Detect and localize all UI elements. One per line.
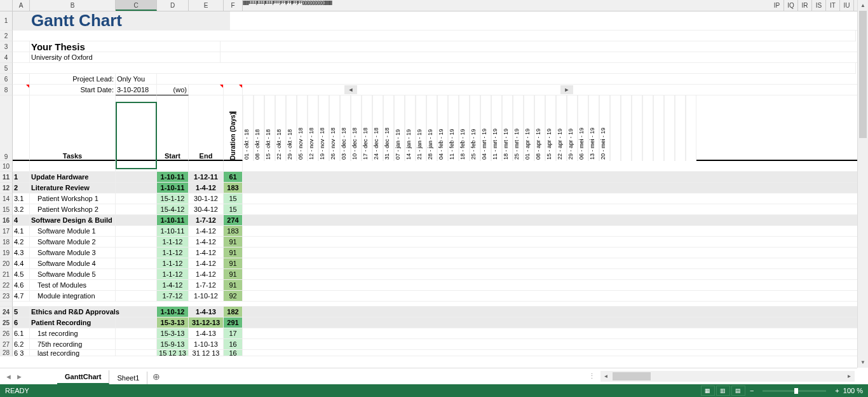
zoom-in-icon[interactable]: + [835,387,839,394]
task-row-4.1[interactable]: 174.1Software Module 11-10-111-4-12183 [0,226,868,237]
start-date-value: 3-10-2018 [116,85,157,95]
header-tasks: Tasks [30,95,116,161]
row-2[interactable]: 2 [0,31,868,41]
row-6[interactable]: 6 Project Lead: Only You [0,74,868,85]
start-date-wo: (wo) [157,85,189,95]
task-row-6[interactable]: 256Patient Recording15-3-1331-12-13291 [0,317,868,328]
tab-nav[interactable]: ◄ ► [0,373,57,380]
horizontal-scrollbar[interactable]: ◄ ► [600,371,855,382]
title-cell: Gantt Chart [30,11,230,31]
worksheet-grid[interactable]: 1 Gantt Chart 2 3 Your Thesis 4 Universi… [0,11,868,356]
task-row-4.6[interactable]: 224.6Test of Modules1-4-121-7-1291 [0,280,868,291]
task-row-3.2[interactable]: 153.2Patient Workshop 215-4-1230-4-1215 [0,204,868,215]
hscroll-thumb[interactable] [613,372,651,380]
col-header-IR[interactable]: IR [798,0,812,11]
vscroll-thumb[interactable] [859,11,867,138]
task-row-5[interactable]: 245Ethics and R&D Approvals1-10-121-4-13… [0,307,868,317]
subtitle: Your Thesis [30,41,220,52]
row-5[interactable]: 5 [0,63,868,74]
task-row-1[interactable]: 111Update Hardware1-10-111-12-1161 [0,172,868,183]
gantt-date-headers: 01 - okt - 1808 - okt - 1815 - okt - 182… [243,95,696,161]
col-header-D[interactable]: D [157,0,189,11]
header-end: End [189,95,224,161]
col-header-IS[interactable]: IS [812,0,826,11]
task-row-4.2[interactable]: 184.2Software Module 21-1-121-4-1291 [0,237,868,247]
col-header-F[interactable]: F [224,0,243,11]
project-lead-label: Project Lead: [30,74,116,85]
row-4[interactable]: 4 University of Oxford [0,52,868,63]
row-3[interactable]: 3 Your Thesis [0,41,868,52]
zoom-slider[interactable] [763,390,826,392]
tab-ganttchart[interactable]: GanttChart [57,370,109,384]
scroll-up-icon[interactable]: ▲ [858,0,868,11]
row-1[interactable]: 1 Gantt Chart [0,11,868,31]
header-duration: Duration (Days) [229,111,236,160]
task-row-4.5[interactable]: 214.5Software Module 51-1-121-4-1291 [0,269,868,280]
task-row-4.4[interactable]: 204.4Software Module 41-1-121-4-1291 [0,258,868,269]
vertical-scrollbar[interactable]: ▲ ▼ [857,0,868,368]
hscroll-left-icon[interactable]: ◄ [600,373,611,379]
view-break-icon[interactable]: ▤ [731,386,745,396]
scroll-left-icon[interactable]: ◄ [344,85,357,94]
task-row-4[interactable]: 164Software Design & Build1-10-111-7-122… [0,215,868,226]
tab-first-icon[interactable]: ◄ [5,373,12,380]
scroll-right-icon[interactable]: ► [560,85,573,94]
view-layout-icon[interactable]: ▥ [716,386,730,396]
col-header-IP[interactable]: IP [770,0,784,11]
view-normal-icon[interactable]: ▦ [701,386,715,396]
add-sheet-icon[interactable]: ⊕ [153,372,160,382]
status-bar: READY ▦ ▥ ▤ − + 100 % [0,384,868,397]
zoom-out-icon[interactable]: − [750,387,754,394]
row-8[interactable]: 8 Start Date: 3-10-2018 (wo) ◄ ► [0,85,868,95]
project-lead-value: Only You [116,74,157,85]
task-row-6.1[interactable]: 266.11st recording15-3-131-4-1317 [0,328,868,339]
task-row-6.2[interactable]: 276.275th recording15-9-131-10-1316 [0,339,868,350]
col-header-C[interactable]: C [116,0,157,11]
zoom-value: 100 % [843,387,863,394]
row-9-headers[interactable]: 9 Tasks Start End Duration (Days) 01 - o… [0,95,868,161]
task-row-4.3[interactable]: 194.3Software Module 31-1-121-4-1291 [0,247,868,258]
col-header-A[interactable]: A [13,0,30,11]
col-header-E[interactable]: E [189,0,224,11]
task-row-6 3[interactable]: 286 3last recording15 12 1331 12 1316 [0,350,868,356]
task-row-3.1[interactable]: 143.1Patient Workshop 115-1-1230-1-1215 [0,193,868,204]
tab-next-icon[interactable]: ► [16,373,23,380]
hscroll-right-icon[interactable]: ► [844,373,855,379]
row-10[interactable]: 10 [0,161,868,172]
column-headers[interactable]: A B C D E F |||||||||||IEEE|IEEE|IEEE|IF… [0,0,868,11]
tab-sheet1[interactable]: Sheet1 [109,372,147,384]
scroll-down-icon[interactable]: ▼ [858,357,868,368]
header-start: Start [157,95,189,161]
col-header-IQ[interactable]: IQ [784,0,798,11]
compressed-columns: |||||||||||IEEE|IEEE|IEEE|IFFF|IFFI|IFFI… [243,0,770,11]
status-ready: READY [5,387,29,394]
sheet-tab-bar[interactable]: ◄ ► GanttChart Sheet1 ⊕ ⋮ ◄ ► [0,368,857,384]
select-all-corner[interactable] [0,0,13,11]
task-row-2[interactable]: 122Literature Review1-10-111-4-12183 [0,183,868,193]
org: University of Oxford [30,52,220,63]
start-date-label: Start Date: [30,85,116,95]
col-header-B[interactable]: B [30,0,116,11]
col-header-IT[interactable]: IT [826,0,840,11]
task-row-4.7[interactable]: 234.7Module integration1-7-121-10-1292 [0,291,868,302]
col-header-IU[interactable]: IU [840,0,854,11]
